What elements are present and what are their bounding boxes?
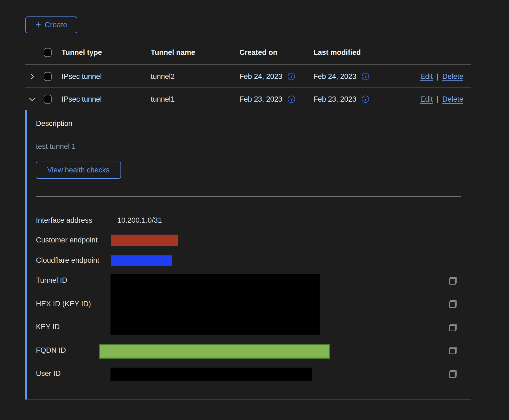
column-header-last-modified: Last modified	[313, 48, 361, 57]
last-modified-value: Feb 24, 2023	[313, 72, 356, 81]
ids-redacted-value	[110, 274, 320, 335]
chevron-right-icon[interactable]	[28, 72, 37, 81]
column-header-tunnel-type: Tunnel type	[62, 48, 102, 57]
fqdn-id-redacted-value	[99, 344, 330, 359]
last-modified-value: Feb 23, 2023	[313, 95, 356, 103]
table-row: IPsec tunnel tunnel2 Feb 24, 2023 i Feb …	[25, 65, 471, 88]
create-button-label: Create	[45, 21, 67, 29]
tunnel-id-label: Tunnel ID	[36, 276, 67, 285]
row-checkbox[interactable]	[44, 95, 52, 104]
table-row: IPsec tunnel tunnel1 Feb 23, 2023 i Feb …	[25, 88, 471, 110]
description-value: test tunnel 1	[36, 142, 76, 151]
table-header-row: Tunnel type Tunnel name Created on Last …	[25, 41, 471, 65]
column-header-tunnel-name: Tunnel name	[151, 48, 195, 57]
tunnels-page: + Create Tunnel type Tunnel name Created…	[0, 0, 509, 420]
view-health-checks-button[interactable]: View health checks	[36, 162, 121, 179]
user-id-label: User ID	[36, 369, 61, 378]
select-all-checkbox[interactable]	[44, 48, 52, 57]
tunnel-type-value: IPsec tunnel	[62, 95, 102, 103]
delete-link[interactable]: Delete	[442, 95, 463, 103]
copy-tunnel-id-button[interactable]	[449, 276, 458, 286]
copy-icon	[449, 370, 457, 378]
description-label: Description	[36, 119, 72, 128]
copy-key-id-button[interactable]	[449, 323, 458, 332]
tunnel-name-value: tunnel1	[151, 95, 175, 103]
info-icon[interactable]: i	[362, 95, 369, 103]
copy-hex-id-button[interactable]	[449, 300, 458, 309]
action-separator: |	[437, 95, 438, 103]
created-on-value: Feb 23, 2023	[239, 95, 282, 103]
info-icon[interactable]: i	[288, 73, 295, 80]
tunnel-type-value: IPsec tunnel	[62, 72, 102, 81]
customer-endpoint-label: Customer endpoint	[36, 236, 98, 244]
interface-address-value: 10.200.1.0/31	[117, 216, 162, 225]
column-header-created-on: Created on	[239, 48, 277, 57]
copy-icon	[449, 277, 457, 285]
created-on-value: Feb 24, 2023	[239, 72, 282, 81]
copy-fqdn-id-button[interactable]	[449, 346, 458, 355]
cloudflare-endpoint-redacted-value	[111, 255, 172, 266]
edit-link[interactable]: Edit	[420, 95, 433, 103]
copy-user-id-button[interactable]	[449, 370, 458, 379]
expanded-row-accent-bar	[25, 110, 27, 399]
edit-link[interactable]: Edit	[420, 72, 433, 81]
copy-icon	[449, 300, 457, 308]
panel-divider	[36, 196, 461, 196]
interface-address-label: Interface address	[36, 216, 92, 225]
info-icon[interactable]: i	[288, 95, 295, 103]
plus-icon: +	[35, 19, 41, 29]
info-icon[interactable]: i	[362, 73, 369, 80]
chevron-down-icon[interactable]	[28, 95, 37, 104]
row-checkbox[interactable]	[44, 72, 52, 81]
tunnel-name-value: tunnel2	[151, 72, 175, 81]
customer-endpoint-redacted-value	[111, 235, 178, 246]
key-id-label: KEY ID	[36, 323, 60, 331]
create-button[interactable]: + Create	[25, 16, 77, 33]
cloudflare-endpoint-label: Cloudflare endpoint	[36, 256, 99, 265]
hex-id-label: HEX ID (KEY ID)	[36, 300, 91, 308]
expanded-row-bottom-border	[25, 399, 471, 400]
delete-link[interactable]: Delete	[442, 72, 463, 81]
copy-icon	[449, 347, 457, 355]
action-separator: |	[437, 72, 438, 81]
fqdn-id-label: FQDN ID	[36, 346, 66, 355]
copy-icon	[449, 324, 457, 332]
user-id-redacted-value	[110, 368, 312, 381]
